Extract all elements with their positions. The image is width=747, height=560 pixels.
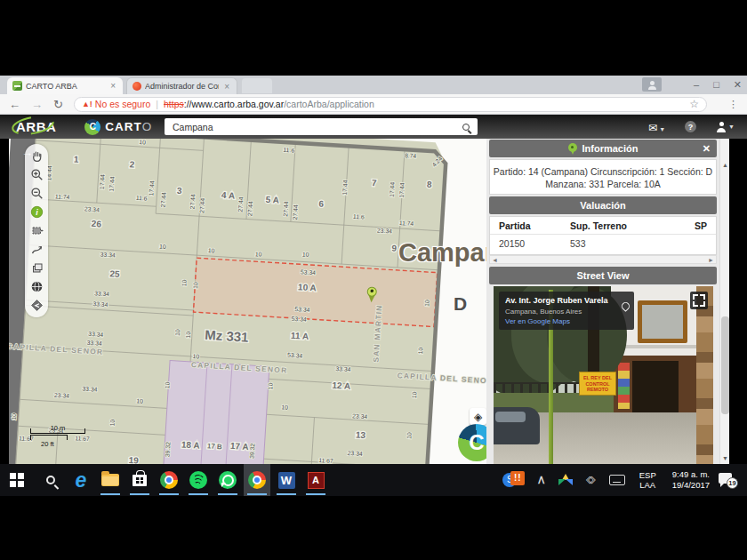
parked-car: [494, 407, 540, 444]
taskbar-chrome-1[interactable]: [156, 464, 182, 496]
notification-center-icon[interactable]: 19: [719, 471, 738, 489]
google-drive-icon[interactable]: [558, 474, 573, 486]
browser-menu-icon[interactable]: ⋮: [728, 99, 738, 110]
fullscreen-button[interactable]: [690, 292, 708, 309]
info-tool-button[interactable]: i: [27, 203, 46, 221]
tab-title: CARTO ARBA: [26, 82, 105, 91]
dimension-label: 11.6: [353, 213, 365, 220]
main-content: 1234 A5 A6789262510 A11 AMz 33112 A1318 …: [0, 139, 747, 464]
tray-app-icon[interactable]: S !!: [502, 470, 526, 490]
dimension-label: 23.34: [352, 412, 368, 420]
taskbar-word[interactable]: W: [273, 464, 300, 496]
bookmark-star-icon[interactable]: ☆: [689, 98, 699, 110]
dimension-label: 11.67: [318, 457, 333, 464]
geolocate-button[interactable]: ◈: [470, 408, 486, 425]
forward-button[interactable]: →: [31, 98, 43, 111]
map-search-box[interactable]: [165, 118, 478, 135]
clock[interactable]: 9:49 a. m. 19/4/2017: [672, 469, 710, 491]
table-row[interactable]: 20150 533: [490, 235, 716, 252]
dimension-label: 17.44: [341, 180, 349, 196]
store-entrance: [632, 361, 679, 415]
parcel-label: 12 A: [332, 380, 350, 391]
mail-menu[interactable]: ✉▼: [648, 119, 665, 135]
table-horizontal-scrollbar[interactable]: ◄►: [489, 255, 717, 264]
keyboard-icon[interactable]: [609, 475, 625, 485]
parcel-label: 4 A: [221, 190, 236, 201]
valuation-table: Partida Sup. Terreno SP 20150 533: [489, 216, 717, 255]
search-input[interactable]: [165, 122, 462, 132]
url-scheme: https: [164, 99, 184, 109]
tab-administrador[interactable]: Administrador de Conte ×: [126, 77, 237, 94]
chevron-down-icon: ▼: [659, 126, 665, 132]
dimension-label: 27.44: [198, 197, 205, 213]
start-button[interactable]: [4, 464, 30, 496]
profile-button[interactable]: [642, 77, 662, 92]
dimension-label: 23.34: [84, 205, 100, 212]
arba-favicon: [12, 81, 22, 91]
scroll-down-icon[interactable]: ▼: [720, 453, 730, 464]
dimension-label: 53.34: [287, 352, 303, 359]
scrollbar-thumb[interactable]: [721, 316, 729, 414]
browser-toolbar: ← → ↻ ▲! No es seguro | https ://www.car…: [0, 94, 747, 115]
taskbar-store[interactable]: [126, 464, 153, 496]
address-bar[interactable]: ▲! No es seguro | https ://www.carto.arb…: [74, 97, 707, 112]
envelope-icon: ✉: [648, 122, 657, 134]
globe-tool-button[interactable]: [27, 277, 46, 296]
streetview-maps-link[interactable]: Ver en Google Maps: [505, 317, 614, 325]
dimension-label: 10: [255, 251, 262, 257]
taskbar-whatsapp[interactable]: [214, 464, 241, 496]
layers-tool-button[interactable]: [27, 259, 46, 277]
streetview-address-overlay: Av. Int. Jorge Ruben Varela Campana, Bue…: [499, 292, 634, 330]
taskbar-acrobat[interactable]: A: [302, 464, 329, 496]
dimension-label: 53.34: [301, 268, 317, 276]
zoom-in-button[interactable]: [27, 165, 46, 184]
dimension-label: 10: [174, 329, 181, 336]
streetview-image[interactable]: EL REY DEL CONTROL REMOTO Av. Int. Jorge…: [494, 286, 713, 464]
pan-tool-button[interactable]: [27, 147, 46, 165]
taskbar-chrome-active[interactable]: [244, 464, 270, 496]
tray-expand-icon[interactable]: ᐱ: [538, 476, 544, 485]
scroll-up-icon[interactable]: ▲: [720, 160, 730, 171]
taskbar-search-button[interactable]: [37, 464, 64, 496]
close-window-button[interactable]: ✕: [734, 79, 742, 91]
zoom-out-button[interactable]: [27, 184, 46, 203]
link-icon[interactable]: ⧉: [583, 473, 598, 487]
streetview-city: Campana, Buenos Aires: [505, 308, 614, 316]
streetview-pin-icon: [620, 300, 631, 312]
dimension-label: 10: [11, 413, 17, 420]
windows-logo-icon: [10, 473, 24, 487]
cell-sp: [682, 238, 707, 249]
language-indicator[interactable]: ESP LAA: [639, 470, 656, 490]
minimize-button[interactable]: –: [694, 79, 699, 90]
dimension-label: 27.44: [189, 194, 197, 210]
dimension-label: 10: [185, 332, 191, 339]
reload-button[interactable]: ↻: [53, 98, 63, 111]
panel-scrollbar[interactable]: ▲ ▼: [719, 139, 729, 464]
tab-close-icon[interactable]: ×: [222, 82, 231, 92]
parcel-label: 17 A: [230, 441, 249, 452]
panel-close-icon[interactable]: ✕: [703, 143, 711, 155]
back-tool-button[interactable]: [27, 296, 46, 315]
taskbar-edge[interactable]: e: [68, 464, 94, 496]
measure-tool-button[interactable]: [27, 240, 46, 259]
user-menu[interactable]: ▼: [716, 122, 735, 132]
restore-button[interactable]: □: [713, 79, 719, 90]
help-icon[interactable]: ?: [685, 121, 696, 132]
info-panel-title: Información: [582, 143, 639, 154]
separator: |: [156, 99, 158, 109]
zoom-extent-button[interactable]: [27, 221, 46, 240]
chevron-down-icon: ▼: [728, 124, 735, 130]
back-button[interactable]: ←: [9, 98, 20, 111]
map-canvas[interactable]: 1234 A5 A6789262510 A11 AMz 33112 A1318 …: [9, 139, 495, 464]
tab-close-icon[interactable]: ×: [108, 81, 117, 91]
map-scale-bar: 10 m 20 ft: [30, 428, 85, 448]
dimension-label: 23.34: [347, 450, 363, 457]
taskbar-spotify[interactable]: [185, 464, 212, 496]
dimension-label: 33.34: [82, 386, 98, 393]
avatar-body: [648, 86, 656, 90]
taskbar-file-explorer[interactable]: [97, 464, 124, 496]
map-toolbar: i: [25, 144, 48, 317]
tab-carto-arba[interactable]: CARTO ARBA ×: [7, 77, 123, 94]
new-tab-button[interactable]: [242, 78, 272, 93]
search-icon[interactable]: [462, 124, 470, 131]
